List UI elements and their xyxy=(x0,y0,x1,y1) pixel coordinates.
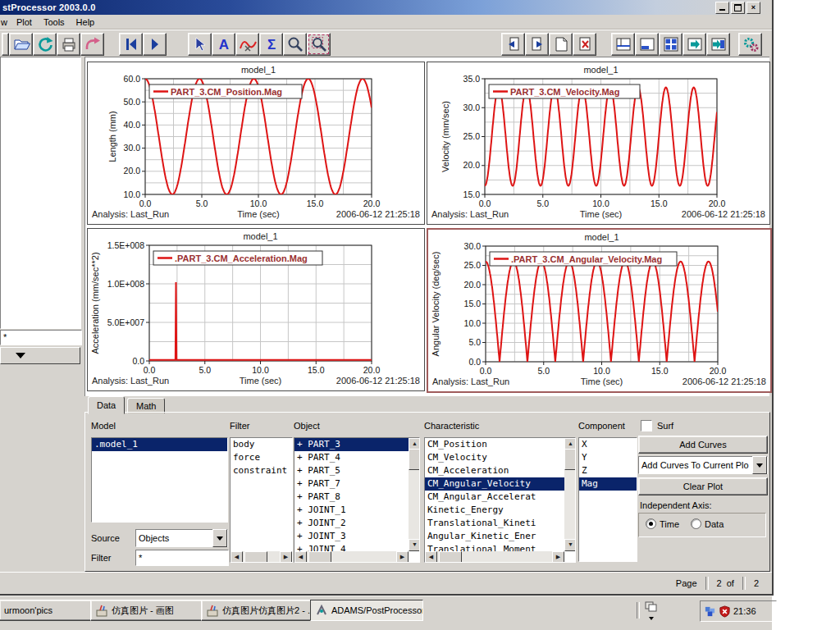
tree-dropdown-button[interactable] xyxy=(0,347,80,364)
object-list-vscroll[interactable]: ▲ ▼ xyxy=(409,438,419,551)
radio-data[interactable]: Data xyxy=(691,518,724,529)
radio-time[interactable]: Time xyxy=(646,518,679,529)
filter-list-hscroll[interactable]: ◀ ▶ xyxy=(231,551,292,562)
list-item[interactable]: Y xyxy=(579,451,637,464)
plot-panel-velocity[interactable]: 0.05.010.015.020.015.020.025.030.035.0Ve… xyxy=(427,62,770,225)
list-item[interactable]: constraint xyxy=(231,464,292,477)
minimize-button[interactable] xyxy=(715,2,729,14)
title-bar[interactable]: stProcessor 2003.0.0 × xyxy=(0,0,772,15)
menu-item-tools[interactable]: Tools xyxy=(38,16,71,28)
list-item[interactable]: + JOINT_4 xyxy=(294,543,409,551)
curve-edit-button[interactable] xyxy=(235,33,259,56)
surf-checkbox[interactable] xyxy=(641,420,652,431)
language-bar-icon[interactable] xyxy=(645,601,658,619)
list-item[interactable]: + PART_4 xyxy=(294,451,409,464)
text-annotation-button[interactable]: A xyxy=(212,33,235,56)
treeview-panel[interactable] xyxy=(0,57,81,329)
filter-input[interactable]: * xyxy=(135,550,229,566)
page-prev-button[interactable] xyxy=(501,33,525,56)
add-mode-dropdown-arrow[interactable] xyxy=(752,456,767,474)
list-item[interactable]: force xyxy=(231,451,292,464)
taskbar-item-4[interactable]: ADAMS/PostProcessor 2... xyxy=(310,600,423,621)
scroll-down-icon[interactable]: ▼ xyxy=(409,539,420,551)
menu-item-plot[interactable]: Plot xyxy=(11,16,38,28)
taskbar-item-1[interactable]: urmoon'pics xyxy=(0,600,94,621)
model-list[interactable]: .model_1 xyxy=(91,437,228,523)
taskbar-item-2[interactable]: 仿真图片 - 画图 xyxy=(90,600,203,621)
next-page-button[interactable] xyxy=(143,33,167,56)
scroll-left-icon[interactable]: ◀ xyxy=(294,551,307,563)
layout-single-button[interactable] xyxy=(611,33,635,56)
tab-data[interactable]: Data xyxy=(88,396,125,414)
messenger-icon[interactable] xyxy=(704,605,716,618)
close-button[interactable]: × xyxy=(746,2,760,14)
page-new-button[interactable] xyxy=(549,33,573,56)
plot-panel-angular-velocity[interactable]: 0.05.010.015.020.00.05.010.015.020.025.0… xyxy=(427,228,772,393)
list-item[interactable]: CM_Angular_Velocity xyxy=(425,477,564,491)
menu-fragment[interactable]: w xyxy=(0,17,11,27)
component-list[interactable]: XYZMag xyxy=(578,437,637,562)
scroll-right-icon[interactable]: ▶ xyxy=(280,551,292,563)
scroll-left-icon[interactable]: ◀ xyxy=(231,551,243,563)
security-shield-icon[interactable] xyxy=(719,605,731,618)
list-item[interactable]: body xyxy=(231,438,292,451)
statistics-sigma-button[interactable]: Σ xyxy=(259,33,283,56)
maximize-button[interactable] xyxy=(731,2,745,14)
first-page-button[interactable] xyxy=(119,33,143,56)
page-delete-button[interactable] xyxy=(573,33,596,56)
list-item[interactable]: CM_Position xyxy=(425,438,564,451)
list-item[interactable]: Kinetic_Energy xyxy=(425,504,564,517)
reload-session-button[interactable] xyxy=(33,33,57,56)
file-sliver-button[interactable] xyxy=(2,33,9,56)
open-button[interactable] xyxy=(9,33,33,56)
list-item[interactable]: + PART_3 xyxy=(294,438,409,451)
characteristic-list-hscroll[interactable]: ◀ ▶ xyxy=(425,551,564,562)
taskbar-item-3[interactable]: 仿真图片仿真图片2 - ... xyxy=(201,600,313,621)
clear-plot-button[interactable]: Clear Plot xyxy=(638,477,768,495)
object-list[interactable]: + PART_3+ PART_4+ PART_5+ PART_7+ PART_8… xyxy=(294,437,420,563)
list-item[interactable]: Translational_Kineti xyxy=(425,517,564,530)
layout-export-button[interactable] xyxy=(706,33,730,56)
object-list-hscroll[interactable]: ◀ ▶ xyxy=(294,551,409,562)
filter-list[interactable]: bodyforceconstraint ◀ ▶ xyxy=(230,437,293,563)
layout-bottom-button[interactable] xyxy=(635,33,659,56)
print-button[interactable] xyxy=(57,33,80,56)
layout-import-button[interactable] xyxy=(682,33,706,56)
list-item[interactable]: + PART_7 xyxy=(294,477,409,491)
source-dropdown[interactable]: Objects xyxy=(135,529,228,547)
plot-panel-position[interactable]: 0.05.010.015.020.010.020.030.040.050.060… xyxy=(87,62,425,225)
scroll-left-icon[interactable]: ◀ xyxy=(425,551,437,563)
list-item[interactable]: CM_Acceleration xyxy=(425,464,564,477)
list-item[interactable]: Mag xyxy=(579,477,637,491)
list-item[interactable]: CM_Angular_Accelerat xyxy=(425,491,564,504)
list-item[interactable]: + JOINT_1 xyxy=(294,504,409,517)
select-cursor-button[interactable] xyxy=(188,33,212,56)
characteristic-list-vscroll[interactable]: ▲ ▼ xyxy=(564,438,575,551)
reload-curves-button[interactable] xyxy=(80,33,104,56)
add-mode-dropdown[interactable]: Add Curves To Current Plo xyxy=(638,456,768,474)
gear-settings-button[interactable] xyxy=(738,33,762,56)
scroll-down-icon[interactable]: ▼ xyxy=(564,539,576,551)
list-item[interactable]: + JOINT_3 xyxy=(294,530,409,543)
list-item[interactable]: Translational_Moment xyxy=(425,543,564,551)
list-item[interactable]: + PART_5 xyxy=(294,464,409,477)
list-item[interactable]: .model_1 xyxy=(92,438,227,451)
scroll-right-icon[interactable]: ▶ xyxy=(552,551,564,563)
list-item[interactable]: Z xyxy=(579,464,637,477)
add-curves-button[interactable]: Add Curves xyxy=(638,436,768,454)
list-item[interactable]: Angular_Kinetic_Ener xyxy=(425,530,564,543)
zoom-area-button[interactable] xyxy=(307,33,331,56)
scroll-right-icon[interactable]: ▶ xyxy=(396,551,409,563)
list-item[interactable]: + PART_8 xyxy=(294,491,409,504)
zoom-button[interactable] xyxy=(283,33,307,56)
layout-grid-button[interactable] xyxy=(659,33,682,56)
list-item[interactable]: CM_Velocity xyxy=(425,451,564,464)
tree-filter-input[interactable]: * xyxy=(0,330,82,345)
list-item[interactable]: + JOINT_2 xyxy=(294,517,409,530)
list-item[interactable]: X xyxy=(579,438,637,451)
page-next-button[interactable] xyxy=(525,33,549,56)
characteristic-list[interactable]: CM_PositionCM_VelocityCM_AccelerationCM_… xyxy=(424,437,576,563)
plot-panel-acceleration[interactable]: 0.05.010.015.020.00.05.0E+0071.0E+0081.5… xyxy=(87,228,425,391)
source-dropdown-arrow[interactable] xyxy=(212,529,227,547)
menu-item-help[interactable]: Help xyxy=(71,16,101,28)
